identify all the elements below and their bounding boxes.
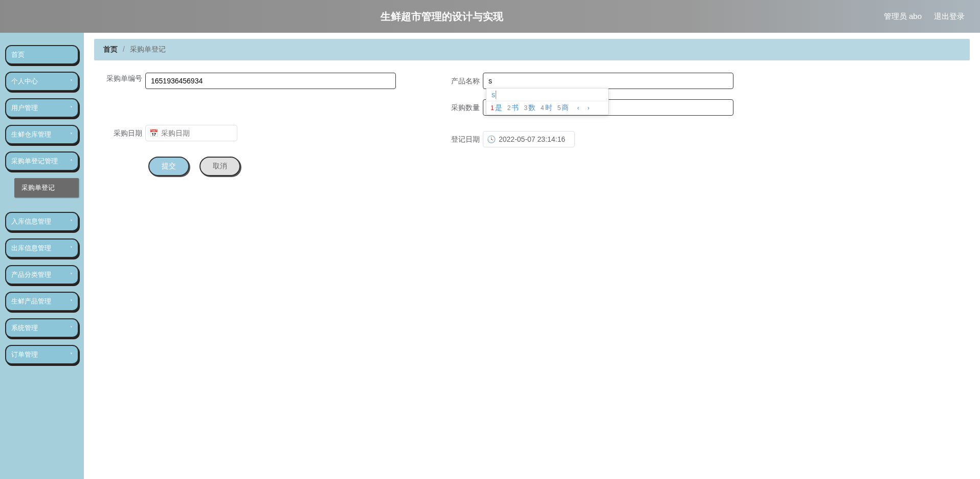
chevron-down-icon: ˄ bbox=[70, 159, 73, 164]
register-date-label: 登记日期 bbox=[442, 131, 483, 147]
sidebar-item-label: 入库信息管理 bbox=[11, 217, 51, 226]
ime-popup: s 1是2书3数4时5商‹› bbox=[486, 88, 609, 115]
chevron-down-icon: ˅ bbox=[70, 219, 73, 225]
ime-candidate[interactable]: 3数 bbox=[524, 103, 536, 113]
ime-prev-icon[interactable]: ‹ bbox=[577, 104, 579, 112]
sidebar-item-2[interactable]: 用户管理˅ bbox=[5, 98, 79, 118]
quantity-label: 采购数量 bbox=[442, 99, 483, 116]
chevron-down-icon: ˅ bbox=[70, 299, 73, 304]
calendar-icon: 📅 bbox=[149, 129, 158, 137]
main-content: 首页 / 采购单登记 采购单编号 采购日期 📅 提交 bbox=[84, 33, 980, 479]
ime-raw-input: s bbox=[486, 89, 608, 101]
sidebar-item-0[interactable]: 首页 bbox=[5, 45, 79, 64]
sidebar-item-label: 个人中心 bbox=[11, 77, 38, 86]
sidebar-item-4[interactable]: 采购单登记管理˄ bbox=[5, 151, 79, 171]
breadcrumb: 首页 / 采购单登记 bbox=[94, 39, 970, 60]
sidebar-item-label: 订单管理 bbox=[11, 350, 38, 359]
sidebar-item-3[interactable]: 生鲜仓库管理˅ bbox=[5, 125, 79, 144]
sidebar-item-label: 产品分类管理 bbox=[11, 270, 51, 279]
sidebar-item-9[interactable]: 系统管理˅ bbox=[5, 318, 79, 338]
sidebar-item-6[interactable]: 出库信息管理˅ bbox=[5, 238, 79, 258]
order-no-label: 采购单编号 bbox=[104, 73, 145, 84]
logout-link[interactable]: 退出登录 bbox=[934, 12, 965, 21]
ime-candidate[interactable]: 4时 bbox=[541, 103, 552, 113]
breadcrumb-current: 采购单登记 bbox=[130, 45, 166, 53]
sidebar-item-label: 出库信息管理 bbox=[11, 244, 51, 253]
chevron-down-icon: ˅ bbox=[70, 272, 73, 278]
purchase-date-label: 采购日期 bbox=[104, 125, 145, 141]
sidebar-subitem[interactable]: 采购单登记 bbox=[14, 178, 79, 198]
purchase-date-input[interactable] bbox=[145, 125, 237, 141]
ime-candidate[interactable]: 5商 bbox=[558, 103, 569, 113]
order-no-input[interactable] bbox=[145, 73, 396, 89]
clock-icon: 🕓 bbox=[487, 135, 496, 143]
sidebar-item-8[interactable]: 生鲜产品管理˅ bbox=[5, 292, 79, 311]
sidebar-item-label: 生鲜产品管理 bbox=[11, 297, 51, 306]
ime-candidate[interactable]: 2书 bbox=[507, 103, 519, 113]
user-label[interactable]: 管理员 abo bbox=[884, 12, 922, 21]
sidebar-item-label: 系统管理 bbox=[11, 323, 38, 333]
app-title: 生鲜超市管理的设计与实现 bbox=[0, 10, 884, 24]
header: 生鲜超市管理的设计与实现 管理员 abo 退出登录 bbox=[0, 0, 980, 33]
cancel-button[interactable]: 取消 bbox=[199, 157, 240, 176]
breadcrumb-sep: / bbox=[123, 45, 125, 53]
product-name-input[interactable] bbox=[483, 73, 733, 89]
chevron-down-icon: ˅ bbox=[70, 79, 73, 84]
sidebar: 首页个人中心˅用户管理˅生鲜仓库管理˅采购单登记管理˄采购单登记入库信息管理˅出… bbox=[0, 33, 84, 479]
chevron-down-icon: ˅ bbox=[70, 246, 73, 251]
sidebar-item-label: 采购单登记管理 bbox=[11, 157, 58, 166]
sidebar-item-label: 用户管理 bbox=[11, 103, 38, 113]
chevron-down-icon: ˅ bbox=[70, 132, 73, 138]
chevron-down-icon: ˅ bbox=[70, 325, 73, 331]
submit-button[interactable]: 提交 bbox=[148, 157, 189, 176]
product-name-label: 产品名称 bbox=[442, 73, 483, 89]
register-date-input[interactable] bbox=[483, 131, 575, 147]
ime-candidate[interactable]: 1是 bbox=[491, 103, 502, 113]
chevron-down-icon: ˅ bbox=[70, 352, 73, 358]
sidebar-item-10[interactable]: 订单管理˅ bbox=[5, 345, 79, 364]
sidebar-item-7[interactable]: 产品分类管理˅ bbox=[5, 265, 79, 285]
breadcrumb-home[interactable]: 首页 bbox=[103, 45, 118, 53]
sidebar-item-label: 生鲜仓库管理 bbox=[11, 130, 51, 139]
sidebar-item-5[interactable]: 入库信息管理˅ bbox=[5, 212, 79, 231]
sidebar-item-1[interactable]: 个人中心˅ bbox=[5, 72, 79, 91]
ime-next-icon[interactable]: › bbox=[587, 104, 589, 112]
sidebar-item-label: 首页 bbox=[11, 50, 25, 59]
chevron-down-icon: ˅ bbox=[70, 105, 73, 111]
